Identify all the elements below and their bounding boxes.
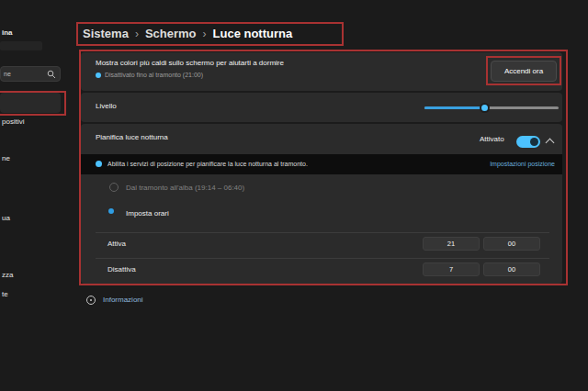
search-icon (47, 70, 56, 79)
help-icon (86, 296, 96, 305)
level-slider-thumb[interactable] (480, 103, 490, 113)
level-slider-fill (424, 106, 485, 109)
location-settings-link[interactable]: Impostazioni posizione (490, 161, 555, 167)
turn-on-row-label: Attiva (107, 240, 126, 248)
chevron-right-icon: › (135, 28, 139, 40)
turn-on-minute-field[interactable]: 00 (483, 237, 540, 251)
breadcrumb-schermo[interactable]: Schermo (145, 27, 197, 40)
schedule-label: Pianifica luce notturna (96, 133, 168, 141)
chevron-right-icon: › (203, 28, 207, 40)
turn-on-now-button[interactable]: Accendi ora (491, 61, 557, 82)
night-light-title: Mostra colori più caldi sullo schermo pe… (96, 59, 284, 67)
breadcrumb-sistema[interactable]: Sistema (83, 27, 129, 40)
level-slider[interactable] (424, 103, 559, 113)
user-subtitle-placeholder (0, 41, 42, 50)
sidebar-item-ora-lingua[interactable]: ua (2, 214, 10, 222)
schedule-toggle-state: Attivato (480, 135, 504, 143)
schedule-toggle[interactable] (516, 136, 540, 148)
toggle-knob (530, 138, 538, 146)
turn-off-minute-field[interactable]: 00 (483, 263, 540, 276)
sidebar-item-personalizzazione[interactable]: ne (2, 154, 10, 162)
breadcrumb: Sistema › Schermo › Luce notturna (83, 27, 292, 40)
settings-window: ina ne positivi ne ua zza te Sistema › S… (0, 0, 588, 391)
radio-sunset-to-sunrise[interactable] (109, 183, 119, 192)
user-name: ina (2, 28, 13, 37)
level-label: Livello (96, 102, 117, 110)
location-info-bar: Abilita i servizi di posizione per piani… (81, 154, 562, 174)
night-light-status: Disattivato fino al tramonto (21:00) (96, 72, 203, 78)
location-info-text: Abilita i servizi di posizione per piani… (107, 161, 308, 167)
divider (96, 232, 549, 233)
sidebar-item-windows-update[interactable]: te (2, 290, 8, 298)
page-title: Luce notturna (213, 27, 293, 40)
radio-set-hours-label: Imposta orari (126, 209, 169, 218)
sidebar-item-sistema-selected[interactable] (0, 93, 61, 113)
status-dot-icon (96, 73, 101, 78)
sidebar-item-privacy-sicurezza[interactable]: zza (2, 271, 13, 279)
informazioni-link[interactable]: Informazioni (103, 296, 143, 304)
turn-on-hour-field[interactable]: 21 (423, 237, 480, 251)
divider (96, 258, 549, 259)
turn-off-row-label: Disattiva (107, 265, 136, 274)
night-light-status-text: Disattivato fino al tramonto (21:00) (105, 72, 203, 78)
search-input[interactable]: ne (0, 66, 61, 82)
turn-off-hour-field[interactable]: 7 (423, 263, 480, 276)
radio-sunset-label: Dal tramonto all'alba (19:14 – 06:40) (126, 184, 244, 192)
search-input-text: ne (4, 71, 11, 77)
radio-set-hours[interactable] (108, 208, 114, 214)
sidebar-item-bluetooth-dispositivi[interactable]: positivi (2, 117, 24, 126)
schedule-card: Pianifica luce notturna (81, 124, 562, 284)
info-icon (96, 161, 102, 167)
